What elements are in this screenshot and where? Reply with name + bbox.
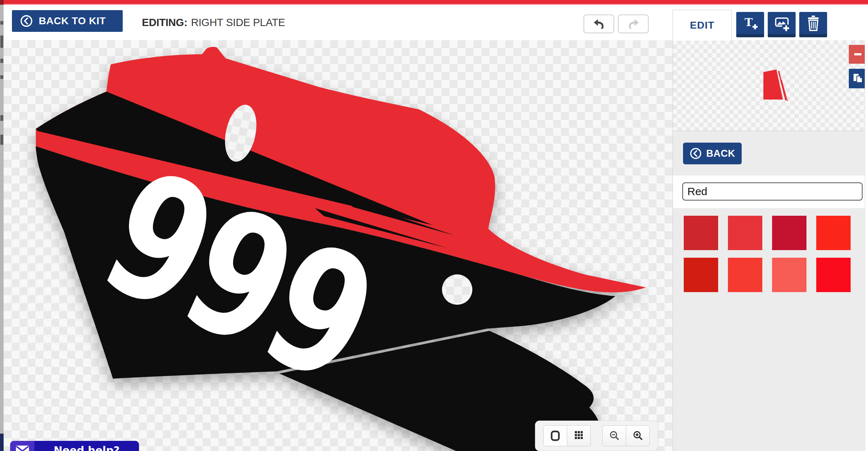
back-section: BACK (673, 131, 868, 176)
plate-artwork: 999 (4, 40, 673, 451)
need-help-label: Need help? (34, 441, 139, 451)
redo-button[interactable] (618, 14, 649, 33)
canvas-toolbar (535, 421, 658, 451)
color-swatch[interactable] (772, 258, 806, 292)
plate-round-hole (442, 274, 472, 305)
color-search-input[interactable] (682, 182, 863, 201)
trash-button[interactable] (799, 12, 827, 37)
zoom-in-button[interactable] (626, 425, 650, 446)
text-plus-icon: T (742, 15, 758, 31)
window-edge-sliver (0, 0, 4, 451)
sliver-footer (0, 434, 4, 451)
back-label: BACK (706, 148, 735, 159)
minus-icon (853, 50, 863, 59)
editing-label: EDITING: (142, 17, 187, 29)
back-to-kit-button[interactable]: BACK TO KIT (12, 10, 123, 32)
layer-thumbnail[interactable] (752, 66, 793, 106)
image-plus-icon (774, 15, 790, 31)
color-swatch[interactable] (684, 258, 718, 292)
sliver-accent (0, 0, 4, 5)
swatch-section (673, 208, 868, 451)
color-search-section (673, 176, 868, 208)
zoom-in-icon (632, 430, 643, 441)
layer-thumb-shape (763, 69, 783, 100)
envelope-icon (10, 441, 34, 451)
color-swatch[interactable] (728, 216, 762, 250)
panel-scroll-gutter[interactable] (865, 40, 868, 451)
color-swatch[interactable] (728, 258, 762, 292)
add-text-button[interactable]: T (736, 12, 764, 37)
editing-target: RIGHT SIDE PLATE (191, 17, 285, 29)
undo-icon (592, 18, 606, 29)
design-canvas[interactable]: 999 (4, 40, 673, 451)
editing-status: EDITING: RIGHT SIDE PLATE (142, 5, 285, 40)
grid-view-icon (574, 430, 584, 441)
back-button[interactable]: BACK (683, 143, 742, 164)
fit-view-button[interactable] (543, 425, 567, 446)
copy-icon (852, 73, 863, 84)
color-swatch[interactable] (684, 216, 718, 250)
add-image-button[interactable] (768, 12, 796, 37)
zoom-out-icon (609, 430, 620, 441)
brand-accent-bar (4, 0, 868, 4)
redo-icon (627, 18, 640, 29)
duplicate-layer-button[interactable] (849, 69, 867, 88)
edit-panel: BACK (673, 40, 868, 451)
grid-view-button[interactable] (567, 425, 591, 446)
color-swatch-grid (684, 216, 854, 292)
zoom-out-button[interactable] (602, 425, 626, 446)
number-plate-layer[interactable]: 999 (36, 47, 646, 451)
chevron-left-circle-icon (20, 14, 33, 28)
undo-button[interactable] (583, 14, 614, 33)
color-swatch[interactable] (816, 216, 851, 250)
back-to-kit-label: BACK TO KIT (39, 15, 106, 27)
remove-layer-button[interactable] (849, 45, 867, 64)
layer-preview-area (673, 40, 868, 131)
color-swatch[interactable] (816, 258, 851, 292)
trash-icon (806, 15, 821, 31)
color-swatch[interactable] (772, 216, 806, 250)
svg-text:T: T (745, 16, 753, 29)
tab-edit[interactable]: EDIT (673, 10, 732, 41)
need-help-button[interactable]: Need help? (10, 441, 139, 451)
chevron-left-circle-icon (690, 147, 702, 160)
fit-view-icon (550, 430, 560, 441)
